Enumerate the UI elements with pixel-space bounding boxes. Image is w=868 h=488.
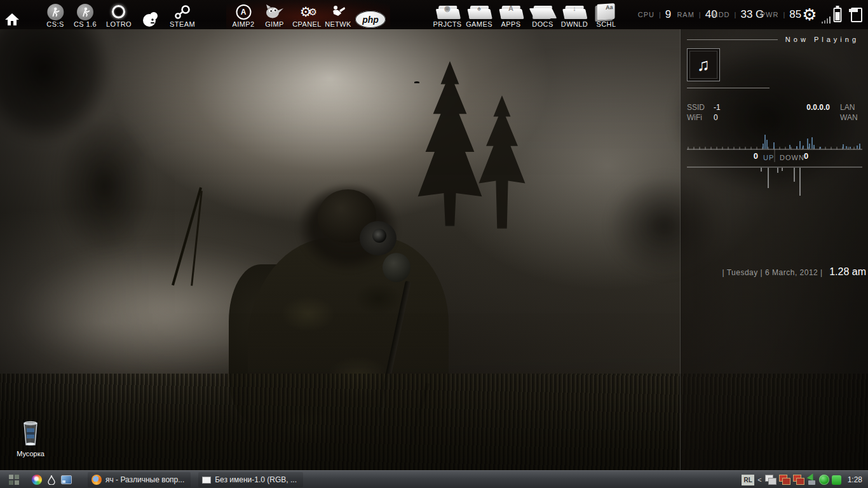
stat-label: HDD: [713, 11, 730, 18]
down-label: DOWN: [780, 152, 804, 163]
now-playing-title: Now Playing: [785, 36, 859, 43]
folder-glyph: A: [500, 4, 522, 12]
recycle-bin-label: Мусорка: [6, 450, 55, 458]
network-row-1: SSID -1 0.0.0.0 LAN: [687, 102, 862, 112]
launcher-label: CS 1.6: [74, 21, 97, 28]
launcher-label: DWNLD: [561, 21, 588, 28]
launcher-docs-folder[interactable]: DOCS: [532, 1, 553, 28]
launcher-php[interactable]: php: [355, 1, 386, 28]
launcher-lotro[interactable]: LOTRO: [106, 1, 132, 28]
launcher-netwk[interactable]: NETWK: [325, 1, 351, 28]
stat-label: RAM: [677, 11, 694, 18]
network-row-2: WiFi 0 WAN: [687, 112, 862, 123]
up-label: UP: [763, 152, 774, 163]
launcher-mascot[interactable]: [142, 1, 159, 28]
time-text: 1.28 am: [829, 266, 866, 277]
wan-label: WAN: [840, 113, 862, 122]
date-time: | Tuesday | 6 March, 2012 | 1.28 am: [687, 266, 866, 278]
album-art-placeholder[interactable]: ♫: [687, 48, 720, 81]
download-folder-icon: ↓: [564, 3, 585, 20]
launcher-label: CS:S: [46, 21, 64, 28]
stat-label: PWR: [761, 11, 779, 18]
sidebar-widgets-panel: Now Playing ♫ SSID -1 0.0.0.0 LAN WiFi 0…: [680, 29, 868, 470]
folder-glyph: ♠: [468, 4, 490, 12]
php-icon: php: [355, 11, 386, 28]
lan-label: LAN: [840, 103, 862, 112]
document-icon: [202, 477, 211, 484]
task-firefox[interactable]: яч - Различные вопр...: [88, 472, 191, 487]
now-playing-underline: [687, 88, 770, 88]
open-folder-icon: [532, 3, 553, 20]
launcher-cpanel[interactable]: ⚙⚙ CPANEL: [292, 1, 322, 28]
book-glyph: Aa: [606, 4, 613, 11]
color-sphere-icon[interactable]: [32, 475, 42, 485]
launcher-cs-16[interactable]: CS 1.6: [74, 1, 97, 28]
hdd-stat: HDD| 33 G: [713, 0, 764, 29]
stat-label: CPU: [638, 11, 654, 18]
task-title: Без имени-1.0 (RGB, ...: [215, 475, 297, 484]
launcher-schl[interactable]: Aa SCHL: [597, 1, 616, 28]
display-icon[interactable]: [61, 475, 72, 484]
start-button[interactable]: [9, 475, 19, 485]
firefox-icon: [92, 475, 102, 485]
launcher-home[interactable]: [4, 1, 20, 28]
launcher-label: GIMP: [265, 21, 284, 28]
folder-glyph: ◉: [437, 4, 458, 13]
counter-strike-icon: [47, 3, 64, 20]
launcher-cs-source[interactable]: CS:S: [46, 1, 64, 28]
launcher-label: DOCS: [532, 21, 553, 28]
aimp-tray-icon[interactable]: [819, 475, 829, 485]
ssid-value: -1: [714, 103, 721, 112]
recycle-bin-icon: [19, 419, 42, 446]
quick-launch: [32, 471, 72, 488]
device-icon[interactable]: [851, 8, 862, 22]
launcher-label: APPS: [501, 21, 521, 28]
folder-icon: ◉: [437, 3, 458, 20]
taskbar: яч - Различные вопр... Без имени-1.0 (RG…: [0, 470, 868, 488]
cpu-stat: CPU| 9: [638, 0, 672, 29]
launcher-label: GAMES: [466, 21, 492, 28]
folder-icon: ♠: [468, 3, 490, 20]
date-text: | Tuesday | 6 March, 2012 |: [722, 268, 822, 277]
gears-icon: ⚙⚙: [300, 3, 314, 20]
network-disconnected-icon[interactable]: [793, 475, 804, 485]
launcher-aimp2[interactable]: AIMP2: [232, 1, 254, 28]
system-tray: RL < 1:28: [742, 471, 865, 488]
green-square-tray-icon[interactable]: [832, 475, 841, 485]
launcher-apps-folder[interactable]: A APPS: [500, 1, 522, 28]
network-disconnected-icon[interactable]: [779, 475, 790, 485]
tray-collapse-chevron[interactable]: <: [757, 476, 761, 484]
recycle-bin[interactable]: Мусорка: [6, 419, 55, 458]
launcher-label: NETWK: [325, 21, 351, 28]
signal-bars-icon: [822, 17, 831, 24]
wifi-value: 0: [714, 113, 718, 122]
network-connection-icon[interactable]: [765, 475, 776, 485]
launcher-games-folder[interactable]: ♠ GAMES: [466, 1, 492, 28]
rainmeter-droplet-icon[interactable]: [48, 475, 55, 485]
home-icon: [4, 11, 20, 28]
pwr-stat: PWR| 85: [761, 0, 801, 29]
ram-stat: RAM| 40: [677, 0, 717, 29]
safely-remove-usb-icon[interactable]: [807, 475, 817, 485]
task-gimp-image[interactable]: Без имени-1.0 (RGB, ...: [198, 472, 303, 487]
down-value: 0: [804, 151, 820, 161]
network-info: SSID -1 0.0.0.0 LAN WiFi 0 WAN: [687, 102, 862, 123]
folder-glyph: ↓: [564, 4, 585, 12]
ssid-label: SSID: [687, 103, 714, 112]
language-indicator[interactable]: RL: [742, 475, 754, 485]
launcher-label: STEAM: [170, 21, 195, 28]
battery-icon: [834, 8, 842, 22]
ip-address: 0.0.0.0: [806, 103, 830, 112]
launcher-dwnld-folder[interactable]: ↓ DWNLD: [561, 1, 588, 28]
settings-gear-icon[interactable]: ⚙: [802, 0, 817, 29]
header-rule: [687, 39, 778, 40]
launcher-label: AIMP2: [232, 21, 254, 28]
launcher-gimp[interactable]: GIMP: [265, 1, 284, 28]
person-workstation-icon: [330, 3, 346, 20]
ring-icon: [112, 3, 126, 20]
stat-value: 9: [665, 8, 671, 21]
book-icon: Aa: [597, 3, 615, 20]
folder-icon: A: [500, 3, 522, 20]
launcher-steam[interactable]: STEAM: [170, 1, 195, 28]
launcher-prjcts-folder[interactable]: ◉ PRJCTS: [433, 1, 461, 28]
